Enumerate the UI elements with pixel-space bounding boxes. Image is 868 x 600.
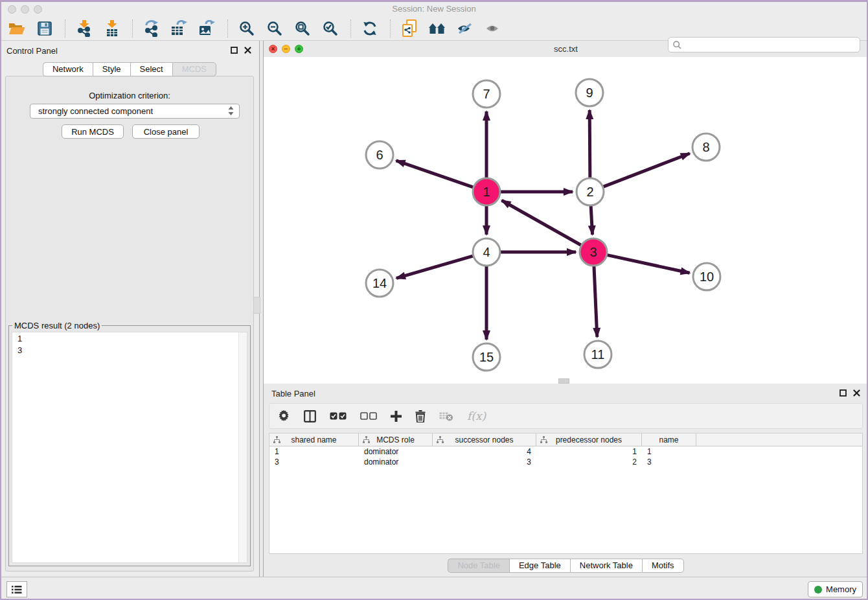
export-table-icon[interactable] — [169, 18, 190, 39]
network-canvas[interactable]: 7968124314101511 — [264, 57, 868, 379]
hide-selected-icon[interactable] — [455, 18, 475, 39]
hierarchy-icon — [273, 436, 280, 443]
tab-motifs[interactable]: Motifs — [642, 559, 684, 573]
column-header-successor-nodes[interactable]: successor nodes — [433, 433, 536, 446]
add-row-icon[interactable] — [391, 411, 402, 422]
network-minimize-icon[interactable]: − — [282, 45, 290, 53]
tab-style[interactable]: Style — [93, 62, 130, 76]
graph-node-label: 11 — [591, 347, 605, 362]
graph-node-label: 8 — [702, 140, 709, 154]
deselect-all-icon[interactable] — [360, 412, 377, 420]
cell-mcds-role[interactable]: dominator — [359, 457, 433, 467]
first-neighbors-icon[interactable] — [427, 18, 448, 39]
graph-node-label: 1 — [483, 185, 490, 199]
cell-successor-nodes[interactable]: 3 — [433, 457, 536, 467]
table-row[interactable]: 1 dominator 4 1 1 — [269, 446, 862, 457]
delete-row-icon[interactable] — [415, 410, 426, 422]
cell-shared-name[interactable]: 1 — [269, 446, 359, 457]
export-image-icon[interactable] — [197, 18, 218, 39]
zoom-in-icon[interactable] — [236, 18, 257, 39]
table-panel-title: Table Panel — [271, 389, 315, 398]
graph-node-label: 3 — [589, 245, 597, 259]
close-window-icon[interactable] — [8, 5, 16, 14]
mcds-result-box: MCDS result (2 nodes) 1 3 — [8, 321, 251, 566]
search-input[interactable] — [685, 40, 860, 51]
graph-edge-4-14[interactable] — [396, 256, 473, 278]
column-header-name[interactable]: name — [642, 433, 696, 446]
cell-mcds-role[interactable]: dominator — [359, 446, 433, 457]
graph-edge-3-11[interactable] — [594, 266, 597, 337]
memory-label: Memory — [826, 584, 856, 594]
criterion-dropdown[interactable]: strongly connected component — [30, 104, 240, 119]
column-header-shared-name[interactable]: shared name — [269, 433, 359, 446]
graph-edge-2-9[interactable] — [589, 110, 590, 178]
clone-network-icon[interactable] — [399, 18, 420, 39]
tab-select[interactable]: Select — [130, 62, 172, 76]
search-icon — [673, 41, 681, 49]
cell-shared-name[interactable]: 3 — [269, 457, 359, 467]
graph-edge-3-10[interactable] — [607, 255, 689, 273]
cell-name[interactable]: 3 — [642, 457, 696, 467]
task-history-button[interactable] — [6, 581, 27, 597]
vertical-splitter-handle[interactable] — [253, 297, 260, 314]
app-window: Session: New Session — [0, 0, 868, 600]
maximize-window-icon[interactable] — [34, 5, 42, 14]
column-header-empty — [696, 433, 862, 446]
save-session-icon[interactable] — [34, 18, 55, 39]
export-network-icon[interactable] — [141, 18, 162, 39]
float-panel-icon[interactable] — [231, 47, 238, 54]
hierarchy-icon — [540, 436, 547, 443]
table-row[interactable]: 3 dominator 3 2 3 — [269, 457, 862, 467]
zoom-fit-icon[interactable] — [292, 18, 313, 39]
zoom-out-icon[interactable] — [264, 18, 285, 39]
column-panel-icon[interactable] — [304, 410, 316, 422]
function-builder-icon[interactable]: f(x) — [467, 410, 486, 422]
settings-gear-icon[interactable] — [279, 410, 290, 422]
cell-predecessor-nodes[interactable]: 2 — [536, 457, 642, 467]
minimize-window-icon[interactable] — [21, 5, 29, 14]
zoom-selected-icon[interactable] — [320, 18, 341, 39]
cell-predecessor-nodes[interactable]: 1 — [536, 446, 642, 457]
network-close-icon[interactable]: × — [269, 45, 277, 53]
table-toolbar: f(x) — [269, 403, 863, 429]
run-mcds-button[interactable]: Run MCDS — [62, 124, 124, 139]
graph-edge-3-1[interactable] — [502, 200, 581, 245]
select-all-icon[interactable] — [330, 412, 347, 420]
column-header-mcds-role[interactable]: MCDS role — [359, 433, 433, 446]
cell-name[interactable]: 1 — [642, 446, 696, 457]
horizontal-splitter-handle[interactable] — [558, 378, 569, 384]
graph-edge-2-3[interactable] — [591, 206, 592, 235]
control-panel-title: Control Panel — [6, 46, 58, 56]
graph-node-label: 4 — [483, 245, 490, 259]
graph-edge-2-8[interactable] — [604, 154, 690, 187]
window-title: Session: New Session — [0, 0, 868, 17]
close-panel-icon[interactable] — [244, 47, 251, 54]
import-table-icon[interactable] — [102, 18, 122, 39]
tab-edge-table[interactable]: Edge Table — [509, 559, 570, 573]
result-line: 1 — [12, 332, 247, 344]
import-network-icon[interactable] — [74, 18, 95, 39]
search-box[interactable] — [668, 37, 860, 52]
tab-mcds[interactable]: MCDS — [172, 62, 216, 76]
memory-button[interactable]: Memory — [808, 581, 863, 597]
open-session-icon[interactable] — [6, 18, 27, 39]
show-all-icon[interactable] — [483, 18, 503, 39]
tab-node-table[interactable]: Node Table — [448, 559, 509, 573]
tab-network[interactable]: Network — [43, 62, 93, 76]
close-table-panel-icon[interactable] — [853, 389, 860, 397]
network-maximize-icon[interactable]: + — [295, 45, 303, 53]
refresh-layout-icon[interactable] — [360, 18, 380, 39]
hierarchy-icon — [363, 436, 370, 443]
result-scrollbar[interactable] — [238, 332, 247, 562]
titlebar: Session: New Session — [0, 0, 868, 17]
graph-edge-1-6[interactable] — [396, 161, 474, 187]
mcds-result-list[interactable]: 1 3 — [12, 332, 247, 563]
float-table-panel-icon[interactable] — [839, 389, 847, 397]
node-table: shared name MCDS role successor nodes pr… — [269, 433, 863, 554]
cell-successor-nodes[interactable]: 4 — [433, 446, 536, 457]
close-panel-button[interactable]: Close panel — [132, 124, 200, 139]
graph-node-label: 15 — [479, 350, 494, 364]
column-header-predecessor-nodes[interactable]: predecessor nodes — [536, 433, 642, 446]
delete-table-icon[interactable] — [439, 411, 453, 421]
tab-network-table[interactable]: Network Table — [570, 559, 642, 573]
